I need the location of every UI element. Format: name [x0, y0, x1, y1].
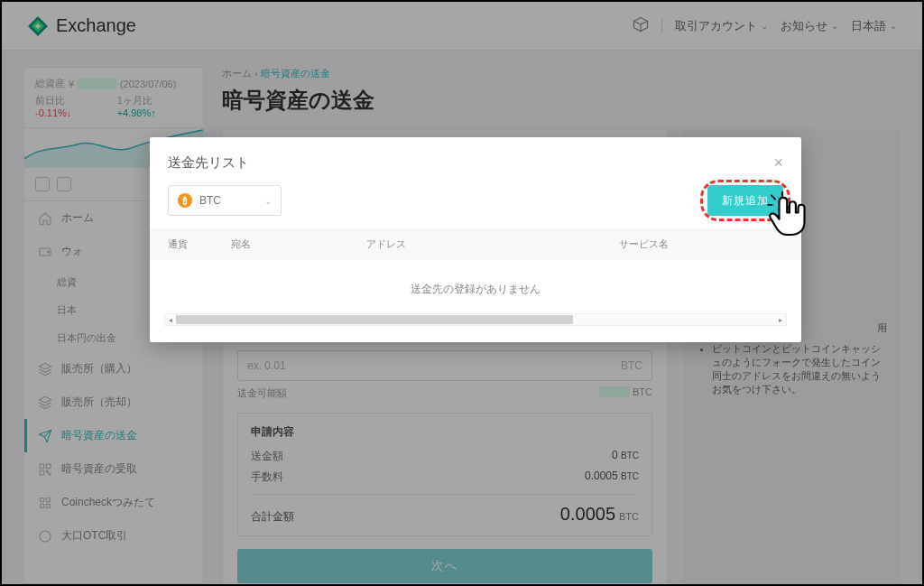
currency-select[interactable]: ₿ BTC ⌄ — [168, 185, 282, 216]
close-icon[interactable]: × — [773, 153, 783, 172]
modal-scrollbar-area: ◂ ▸ — [150, 313, 801, 342]
horizontal-scrollbar[interactable]: ◂ ▸ — [164, 313, 787, 326]
empty-message: 送金先の登録がありません — [150, 260, 801, 313]
add-button-label: 新規追加 — [722, 193, 769, 209]
th-address: アドレス — [366, 237, 619, 251]
modal-toolbar: ₿ BTC ⌄ 新規追加 — [150, 185, 801, 228]
add-button-wrap: 新規追加 — [707, 185, 783, 216]
pointer-hand-icon — [763, 191, 814, 241]
svg-line-15 — [772, 195, 775, 199]
scroll-left-icon[interactable]: ◂ — [165, 314, 176, 325]
th-name: 宛名 — [231, 237, 366, 251]
modal-header: 送金先リスト × — [150, 137, 801, 185]
th-service: サービス名 — [619, 237, 745, 251]
currency-label: BTC — [199, 194, 221, 207]
scrollbar-thumb[interactable] — [176, 315, 573, 324]
scroll-right-icon[interactable]: ▸ — [775, 314, 786, 325]
destination-list-modal: 送金先リスト × ₿ BTC ⌄ 新規追加 — [150, 137, 801, 342]
modal-title: 送金先リスト — [168, 154, 249, 172]
chevron-down-icon: ⌄ — [264, 196, 272, 206]
table-header: 通貨 宛名 アドレス サービス名 — [150, 228, 801, 260]
btc-icon: ₿ — [178, 193, 192, 208]
th-currency: 通貨 — [168, 237, 231, 251]
